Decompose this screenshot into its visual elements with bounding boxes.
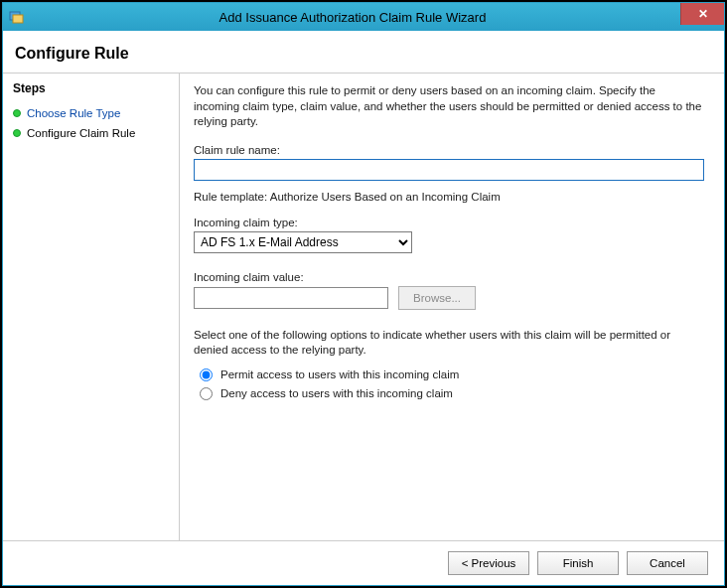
step-bullet-icon (13, 129, 21, 137)
close-button[interactable]: ✕ (680, 3, 724, 25)
rule-template-text: Rule template: Authorize Users Based on … (194, 191, 704, 203)
incoming-claim-value-row: Browse... (194, 286, 704, 310)
body: Steps Choose Rule Type Configure Claim R… (3, 74, 724, 540)
incoming-claim-type-label: Incoming claim type: (194, 217, 704, 228)
window-title: Add Issuance Authorization Claim Rule Wi… (25, 10, 680, 25)
incoming-claim-type-select[interactable]: AD FS 1.x E-Mail Address (194, 231, 412, 253)
radio-permit-label: Permit access to users with this incomin… (220, 368, 459, 380)
wizard-window: Add Issuance Authorization Claim Rule Wi… (2, 2, 725, 586)
incoming-claim-value-input[interactable] (194, 287, 388, 309)
cancel-button[interactable]: Cancel (627, 551, 708, 575)
radio-permit-row[interactable]: Permit access to users with this incomin… (200, 368, 704, 381)
app-icon (9, 9, 25, 25)
step-bullet-icon (13, 109, 21, 117)
titlebar: Add Issuance Authorization Claim Rule Wi… (3, 3, 724, 31)
step-configure-claim-rule[interactable]: Configure Claim Rule (13, 123, 169, 143)
select-option-instructions: Select one of the following options to i… (194, 328, 704, 359)
browse-button: Browse... (398, 286, 476, 310)
main-panel: You can configure this rule to permit or… (180, 74, 724, 540)
radio-permit[interactable] (200, 368, 213, 381)
radio-deny-row[interactable]: Deny access to users with this incoming … (200, 387, 704, 400)
close-icon: ✕ (698, 7, 708, 21)
radio-deny[interactable] (200, 387, 213, 400)
footer: < Previous Finish Cancel (3, 540, 724, 585)
step-label: Choose Rule Type (27, 107, 120, 119)
content-area: Configure Rule Steps Choose Rule Type Co… (3, 31, 724, 585)
claim-rule-name-label: Claim rule name: (194, 144, 704, 156)
svg-rect-1 (13, 15, 23, 23)
claim-rule-name-input[interactable] (194, 159, 704, 181)
step-choose-rule-type[interactable]: Choose Rule Type (13, 103, 169, 123)
finish-button[interactable]: Finish (537, 551, 619, 575)
page-title: Configure Rule (15, 45, 712, 63)
page-header: Configure Rule (3, 31, 724, 74)
previous-button[interactable]: < Previous (448, 551, 529, 575)
steps-sidebar: Steps Choose Rule Type Configure Claim R… (3, 74, 180, 540)
incoming-claim-value-label: Incoming claim value: (194, 271, 704, 283)
steps-heading: Steps (13, 81, 169, 95)
step-label: Configure Claim Rule (27, 127, 135, 139)
radio-deny-label: Deny access to users with this incoming … (220, 387, 453, 399)
description-text: You can configure this rule to permit or… (194, 83, 704, 130)
